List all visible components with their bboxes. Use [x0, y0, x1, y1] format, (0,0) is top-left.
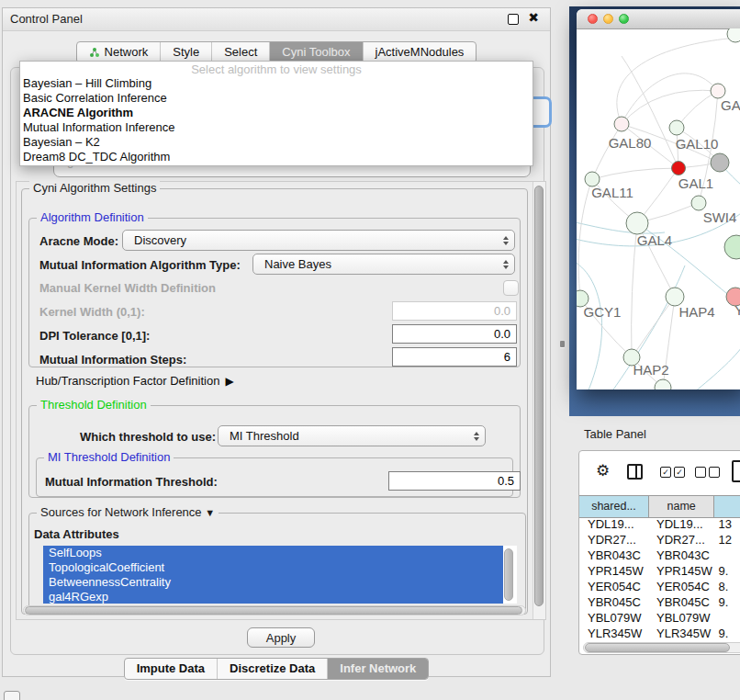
mi-steps-field[interactable]: 6 — [392, 347, 517, 367]
table-row[interactable]: YDL19...YDL19...13 — [579, 516, 740, 532]
table-row[interactable]: YLR345WYLR345W9. — [579, 626, 740, 641]
manual-kernel-label: Manual Kernel Width Definition — [39, 281, 216, 295]
table-hscrollbar-thumb[interactable] — [585, 643, 730, 652]
group-title-threshold: Threshold Definition — [37, 398, 151, 412]
node-label: GCY1 — [584, 304, 622, 320]
network-graph-canvas[interactable]: GALGAL80GAL10GAL1GAL11SWI4GAL4GCY1HAP4YH… — [577, 28, 740, 390]
network-node[interactable] — [724, 235, 740, 259]
network-node-gal1[interactable] — [672, 162, 686, 175]
network-node-gal[interactable] — [711, 84, 725, 98]
network-node-gal10[interactable] — [669, 120, 684, 135]
kernel-width-field[interactable]: 0.0 — [392, 301, 517, 321]
network-node-hap4[interactable] — [666, 288, 684, 306]
dropdown-item[interactable]: Basic Correlation Inference — [20, 91, 533, 106]
network-window-titlebar — [577, 9, 740, 29]
zoom-traffic-icon[interactable] — [619, 14, 629, 24]
float-panel-icon[interactable] — [508, 14, 519, 25]
attribute-item[interactable]: TopologicalCoefficient — [43, 560, 503, 575]
hub-definition-expander[interactable]: Hub/Transcription Factor Definition▶ — [36, 374, 234, 388]
control-panel-titlebar: Control Panel ✖ — [3, 8, 550, 31]
column-header-shared...[interactable]: shared... — [579, 496, 649, 517]
table-row[interactable]: YBR045CYBR045C9. — [579, 594, 740, 610]
network-node-swi4[interactable] — [691, 196, 706, 210]
collapse-arrow-icon: ▼ — [205, 507, 215, 518]
network-view-window[interactable]: GALGAL80GAL10GAL1GAL11SWI4GAL4GCY1HAP4YH… — [577, 9, 740, 390]
tab-network[interactable]: Network — [77, 42, 161, 62]
network-node-gal4[interactable] — [626, 212, 648, 234]
dropdown-item[interactable]: Dream8 DC_TDC Algorithm — [20, 150, 533, 164]
tab-cyni-toolbox[interactable]: Cyni Toolbox — [269, 42, 362, 62]
gear-icon[interactable]: ⚙ — [596, 461, 610, 480]
tab-impute-data[interactable]: Impute Data — [125, 659, 217, 679]
apply-button[interactable]: Apply — [247, 627, 315, 648]
kernel-width-label: Kernel Width (0,1): — [39, 305, 145, 319]
table-cell: 9. — [714, 594, 740, 610]
close-traffic-icon[interactable] — [588, 14, 598, 24]
attributes-scrollbar-thumb[interactable] — [504, 548, 513, 601]
network-node-gal80[interactable] — [614, 117, 629, 131]
document-icon[interactable] — [732, 460, 740, 482]
tab-jactivemnodules[interactable]: jActiveMNodules — [363, 42, 477, 62]
mi-steps-label: Mutual Information Steps: — [39, 353, 186, 367]
table-row[interactable]: YPR145WYPR145W9. — [579, 563, 740, 579]
table-cell: 8. — [714, 579, 740, 594]
node-label: Y — [734, 302, 740, 318]
table-cell: 13 — [714, 516, 740, 532]
column-header-name[interactable]: name — [649, 496, 714, 517]
dropdown-placeholder: Select algorithm to view settings — [20, 62, 533, 76]
which-threshold-label: Which threshold to use: — [80, 430, 216, 444]
tab-infer-network[interactable]: Infer Network — [327, 659, 428, 679]
splitter-grip[interactable] — [560, 341, 565, 347]
split-columns-icon[interactable] — [627, 464, 643, 480]
table-row[interactable]: YDR27...YDR27...12 — [579, 532, 740, 548]
table-cell: YPR145W — [649, 563, 714, 579]
algorithm-dropdown-list[interactable]: Select algorithm to view settings Bayesi… — [19, 61, 533, 166]
table-body[interactable]: YDL19...YDL19...13YDR27...YDR27...12YBR0… — [579, 516, 740, 645]
table-header-row[interactable]: shared...name — [579, 495, 740, 518]
node-label: SWI4 — [703, 209, 737, 225]
dropdown-item[interactable]: ARACNE Algorithm — [20, 106, 533, 120]
table-row[interactable]: YBR043CYBR043C — [579, 548, 740, 563]
network-nodes[interactable]: GALGAL80GAL10GAL1GAL11SWI4GAL4GCY1HAP4YH… — [577, 28, 740, 390]
tab-style[interactable]: Style — [160, 42, 211, 62]
attribute-item[interactable]: BetweennessCentrality — [43, 575, 503, 590]
deselect-all-checkboxes-icon[interactable] — [695, 467, 720, 478]
close-icon[interactable]: ✖ — [528, 10, 539, 25]
manual-kernel-checkbox[interactable] — [503, 280, 519, 296]
select-all-checkboxes-icon[interactable]: ✓✓ — [660, 467, 685, 478]
settings-scrollbar-thumb[interactable] — [534, 186, 544, 606]
network-node[interactable] — [655, 379, 671, 390]
dropdown-item[interactable]: Bayesian – K2 — [20, 135, 533, 150]
attributes-hscrollbar-thumb[interactable] — [25, 606, 522, 615]
minimize-traffic-icon[interactable] — [603, 14, 613, 24]
which-threshold-value: MI Threshold — [230, 429, 299, 443]
attribute-item[interactable]: SelfLoops — [43, 546, 503, 560]
node-label: GAL1 — [678, 175, 713, 191]
node-label: HAP4 — [678, 304, 714, 320]
column-header-hidden[interactable] — [714, 496, 740, 517]
which-threshold-combo[interactable]: MI Threshold — [218, 425, 486, 446]
tab-discretize-data[interactable]: Discretize Data — [217, 659, 327, 679]
mi-threshold-field[interactable]: 0.5 — [388, 471, 521, 491]
dropdown-item[interactable]: Mutual Information Inference — [20, 120, 533, 135]
mi-type-combo[interactable]: Naive Bayes — [252, 254, 515, 275]
node-label: GAL11 — [591, 185, 633, 200]
group-title-algorithm-definition: Algorithm Definition — [37, 210, 148, 224]
aracne-mode-combo[interactable]: Discovery — [122, 230, 515, 251]
table-row[interactable]: YER054CYER054C8. — [579, 579, 740, 594]
node-label: GAL4 — [637, 232, 672, 248]
dropdown-item[interactable]: Bayesian – Hill Climbing — [20, 76, 533, 91]
data-attributes-list[interactable]: SelfLoopsTopologicalCoefficientBetweenne… — [43, 546, 517, 604]
attribute-item[interactable]: gal4RGexp — [43, 590, 503, 604]
table-cell — [714, 548, 740, 563]
dpi-tolerance-field[interactable]: 0.0 — [392, 324, 517, 344]
panel-title: Control Panel — [10, 12, 83, 26]
network-node[interactable] — [727, 28, 740, 42]
tab-select[interactable]: Select — [211, 42, 269, 62]
network-node[interactable] — [711, 153, 729, 172]
restore-panel-button[interactable] — [4, 691, 20, 700]
group-title-sources[interactable]: Sources for Network Inference ▼ — [37, 505, 219, 519]
group-title-mi-threshold: MI Threshold Definition — [44, 450, 174, 464]
mi-type-label: Mutual Information Algorithm Type: — [39, 258, 241, 272]
table-row[interactable]: YBL079WYBL079W — [579, 610, 740, 626]
